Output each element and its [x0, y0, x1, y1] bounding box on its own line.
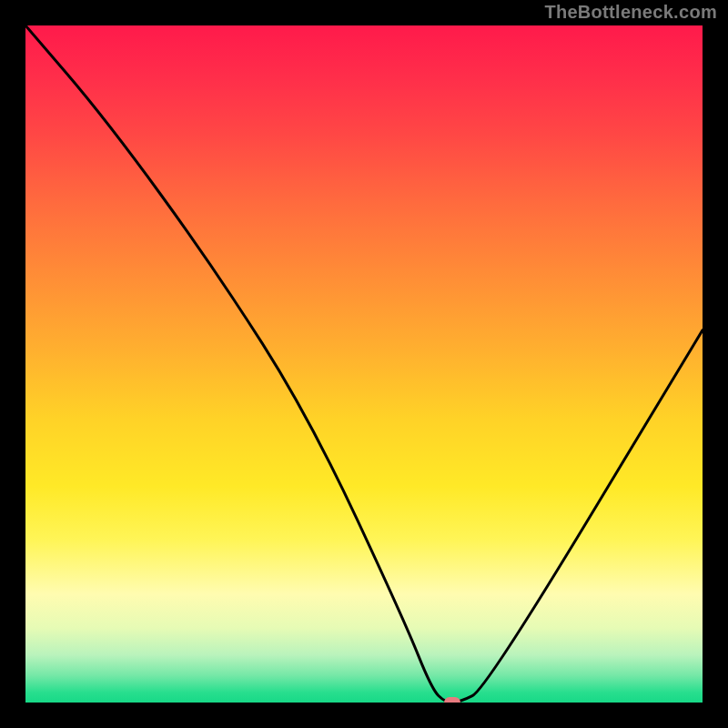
plot-area [25, 25, 703, 703]
chart-frame: TheBottleneck.com [0, 0, 728, 728]
curve-path [25, 25, 703, 703]
attribution-label: TheBottleneck.com [544, 2, 717, 23]
bottleneck-curve [25, 25, 703, 703]
optimal-marker [444, 697, 460, 703]
